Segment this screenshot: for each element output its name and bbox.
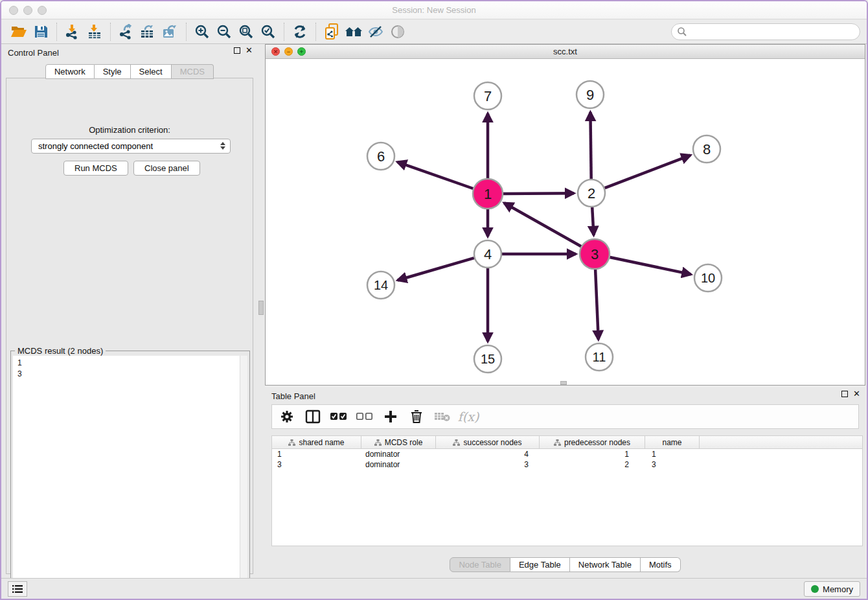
divider-grip[interactable] xyxy=(258,301,264,315)
tab-style[interactable]: Style xyxy=(95,64,131,79)
toolbar-separator xyxy=(315,23,316,41)
toggle-panes-icon[interactable] xyxy=(304,408,321,425)
save-session-icon[interactable] xyxy=(30,22,52,41)
sort-icon[interactable] xyxy=(453,439,460,446)
search-input[interactable] xyxy=(690,25,860,38)
table-settings-icon[interactable] xyxy=(279,408,295,425)
zoom-selected-icon[interactable] xyxy=(257,22,279,41)
memory-button[interactable]: Memory xyxy=(804,581,860,597)
cell-predecessor-nodes[interactable]: 2 xyxy=(540,459,645,470)
search-icon xyxy=(677,27,687,37)
float-panel-icon[interactable] xyxy=(234,47,240,54)
export-table-icon[interactable] xyxy=(137,22,159,41)
first-neighbors-icon[interactable] xyxy=(343,22,365,41)
column-header-name[interactable]: name xyxy=(645,436,700,448)
cell-name[interactable]: 3 xyxy=(645,459,700,470)
tab-network[interactable]: Network xyxy=(45,64,95,79)
edge-4-14[interactable] xyxy=(398,258,474,280)
edge-2-3[interactable] xyxy=(592,207,593,235)
graph-node-label-3: 3 xyxy=(591,246,599,262)
mcds-panel: Optimization criterion: strongly connect… xyxy=(6,78,253,574)
tab-select[interactable]: Select xyxy=(131,64,172,79)
column-header-label: shared name xyxy=(299,438,344,447)
toolbar-search xyxy=(671,23,860,40)
canvas-grip[interactable] xyxy=(560,381,567,385)
hide-selected-icon[interactable] xyxy=(365,22,387,41)
cell-successor-nodes[interactable]: 4 xyxy=(436,449,540,459)
node-table: shared nameMCDS rolesuccessor nodesprede… xyxy=(271,435,863,546)
edge-3-1[interactable] xyxy=(504,203,581,246)
run-mcds-button[interactable]: Run MCDS xyxy=(63,161,128,176)
edge-3-11[interactable] xyxy=(595,270,599,340)
function-builder-icon: f(x) xyxy=(460,408,477,425)
scrollbar[interactable] xyxy=(240,356,247,593)
cell-predecessor-nodes[interactable]: 1 xyxy=(540,449,645,459)
edge-2-9[interactable] xyxy=(590,112,591,179)
edge-3-10[interactable] xyxy=(610,257,691,274)
criterion-dropdown-value: strongly connected component xyxy=(38,141,153,151)
graph-node-label-7: 7 xyxy=(484,88,492,104)
network-canvas[interactable]: 7968124314101511 xyxy=(266,59,865,385)
edge-1-6[interactable] xyxy=(398,162,474,189)
export-image-icon[interactable] xyxy=(159,22,181,41)
edge-2-8[interactable] xyxy=(605,156,691,189)
criterion-dropdown[interactable]: strongly connected component xyxy=(31,139,231,154)
cell-name[interactable]: 1 xyxy=(645,449,700,459)
dropdown-stepper-icon xyxy=(220,142,225,150)
sort-icon[interactable] xyxy=(374,439,382,446)
delete-columns-icon[interactable] xyxy=(408,408,425,425)
cell-MCDS-role[interactable]: dominator xyxy=(361,459,436,470)
close-panel-icon[interactable]: ✕ xyxy=(246,47,253,54)
import-network-icon[interactable] xyxy=(62,22,84,41)
open-session-icon[interactable] xyxy=(8,22,30,41)
column-header-MCDS-role[interactable]: MCDS role xyxy=(361,436,436,448)
tab-mcds[interactable]: MCDS xyxy=(172,64,214,79)
zoom-fit-icon[interactable] xyxy=(235,22,257,41)
split-divider[interactable] xyxy=(258,44,265,578)
close-panel-icon[interactable]: ✕ xyxy=(853,391,860,397)
table-tabs: Node TableEdge TableNetwork TableMotifs xyxy=(265,557,865,572)
tab-motifs[interactable]: Motifs xyxy=(641,557,681,572)
show-all-icon[interactable] xyxy=(387,22,409,41)
network-window-title: scc.txt xyxy=(266,47,865,56)
graph-node-label-4: 4 xyxy=(484,246,492,262)
column-header-successor-nodes[interactable]: successor nodes xyxy=(436,436,540,448)
task-history-button[interactable] xyxy=(8,581,27,597)
column-header-shared-name[interactable]: shared name xyxy=(272,436,361,448)
table-row[interactable]: 1dominator411 xyxy=(272,449,862,459)
zoom-out-icon[interactable] xyxy=(213,22,235,41)
cell-successor-nodes[interactable]: 3 xyxy=(436,459,540,470)
graph-node-label-1: 1 xyxy=(484,186,492,202)
tab-edge-table[interactable]: Edge Table xyxy=(510,557,570,572)
float-panel-icon[interactable] xyxy=(841,391,848,397)
export-network-icon[interactable] xyxy=(115,22,137,41)
close-panel-button[interactable]: Close panel xyxy=(133,161,200,176)
tab-node-table[interactable]: Node Table xyxy=(450,557,510,572)
sort-icon[interactable] xyxy=(554,439,561,446)
cell-shared-name[interactable]: 1 xyxy=(272,449,361,459)
mcds-result-box: MCDS result (2 nodes) 13 xyxy=(10,351,250,595)
table-row[interactable]: 3dominator323 xyxy=(272,459,862,470)
add-column-icon[interactable] xyxy=(382,408,399,425)
mcds-result-line: 1 xyxy=(17,358,247,369)
deselect-all-icon[interactable] xyxy=(356,408,373,425)
memory-status-icon xyxy=(811,585,819,593)
import-table-icon[interactable] xyxy=(84,22,106,41)
cell-MCDS-role[interactable]: dominator xyxy=(361,449,436,459)
tab-network-table[interactable]: Network Table xyxy=(570,557,641,572)
refresh-icon[interactable] xyxy=(289,22,311,41)
edge-1-2[interactable] xyxy=(503,193,574,194)
select-all-icon[interactable] xyxy=(330,408,347,425)
column-header-predecessor-nodes[interactable]: predecessor nodes xyxy=(540,436,645,448)
mcds-result-list[interactable]: 13 xyxy=(13,356,247,593)
table-toolbar: f(x) xyxy=(271,404,859,429)
zoom-in-icon[interactable] xyxy=(191,22,213,41)
table-panel-title: Table Panel xyxy=(271,391,315,401)
cell-shared-name[interactable]: 3 xyxy=(272,459,361,470)
sort-icon[interactable] xyxy=(288,439,295,446)
toolbar-separator xyxy=(110,23,111,41)
new-network-from-selection-icon[interactable] xyxy=(321,22,343,41)
graph-node-label-8: 8 xyxy=(703,141,711,157)
table-header-row: shared nameMCDS rolesuccessor nodesprede… xyxy=(272,436,862,449)
column-header-label: predecessor nodes xyxy=(564,438,630,447)
